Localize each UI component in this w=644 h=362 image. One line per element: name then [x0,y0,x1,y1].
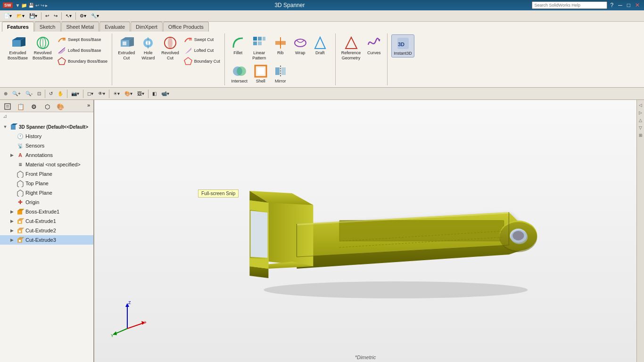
new-button[interactable]: 📄▾ [2,12,14,19]
boundary-boss-button[interactable]: Boundary Boss/Base [56,56,109,66]
extruded-boss-button[interactable]: ExtrudedBoss/Base [6,34,30,62]
rotate-button[interactable]: ↺ [47,90,55,97]
svg-marker-53 [17,218,24,220]
zoom-fit-button[interactable]: ⊕ [2,90,9,97]
tree-item-cut-extrude3[interactable]: ▶ Cut-Extrude3 [0,235,93,245]
top-plane-label: Top Plane [25,181,49,186]
revolved-cut-button[interactable]: RevolvedCut [159,34,181,62]
tab-sketch[interactable]: Sketch [34,22,61,32]
swept-boss-label: Swept Boss/Base [68,37,101,42]
draft-icon [313,35,328,50]
rib-icon [273,35,288,50]
tree-expand-btn[interactable]: » [85,101,92,112]
search-input[interactable] [532,1,607,9]
cut-extrude2-icon [17,227,24,234]
boundary-cut-label: Boundary Cut [194,59,220,64]
select-button[interactable]: ↖▾ [64,12,74,19]
tree-item-history[interactable]: 🕐 History [0,132,93,141]
shell-label: Shell [256,79,265,84]
material-icon: ≡ [17,161,24,168]
tree-item-annotations[interactable]: ▶ A Annotations [0,150,93,160]
redo-button[interactable]: ↪ [52,12,59,19]
viewport[interactable]: Full-screen Snip [94,100,636,362]
sep2 [67,90,67,98]
shell-button[interactable]: Shell [251,63,270,85]
tree-tab-property[interactable]: 📋 [15,101,27,112]
tree-item-right-plane[interactable]: Right Plane [0,188,93,197]
linear-pattern-icon [252,35,267,50]
undo-button[interactable]: ↩ [43,12,51,19]
wrap-button[interactable]: Wrap [291,34,310,57]
linear-pattern-button[interactable]: LinearPattern [248,34,270,62]
intersect-button[interactable]: Intersect [229,63,250,85]
fillet-button[interactable]: Fillet [229,34,248,57]
open-button[interactable]: 📂▾ [15,12,26,19]
mirror-button[interactable]: Mirror [271,63,290,85]
tree-item-front-plane[interactable]: Front Plane [0,169,93,179]
help-button[interactable]: ? [609,2,615,8]
tab-sheet-metal[interactable]: Sheet Metal [61,22,99,32]
tab-evaluate[interactable]: Evaluate [99,22,130,32]
lofted-cut-button[interactable]: Lofted Cut [182,45,222,56]
tab-dimxpert[interactable]: DimXpert [131,22,163,32]
right-btn-1[interactable]: ◁ [637,102,644,108]
tree-item-origin[interactable]: ✚ Origin [0,197,93,207]
zoom-sheet-button[interactable]: ⊡ [35,90,43,97]
display-mode-button[interactable]: ◻▾ [85,90,95,97]
zoom-in-button[interactable]: 🔍+ [10,90,23,97]
tree-tab-config[interactable]: ⚙ [28,101,40,112]
rebuild-button[interactable]: ⚙▾ [78,12,88,19]
expand-icon: ▶ [8,227,15,234]
minimize-button[interactable]: ─ [617,2,624,8]
view-orient-button[interactable]: 📷▾ [69,90,81,97]
hide-show-button[interactable]: 👁▾ [96,90,107,97]
hole-wizard-button[interactable]: HoleWizard [138,34,158,62]
right-btn-2[interactable]: ▷ [637,109,644,116]
tree-item-top-plane[interactable]: Top Plane [0,179,93,188]
right-btn-4[interactable]: ▽ [637,124,644,131]
tree-tab-dim[interactable]: ⬡ [41,101,53,112]
reference-geometry-button[interactable]: ReferenceGeometry [339,34,363,62]
pan-button[interactable]: ✋ [56,90,65,97]
close-button[interactable]: ✕ [634,2,641,8]
zoom-out-button[interactable]: 🔍- [24,90,34,97]
tree-item-sensors[interactable]: 📡 Sensors [0,141,93,150]
restore-button[interactable]: □ [626,2,632,8]
instant3d-button[interactable]: 3D Instant3D [391,34,414,58]
sep2 [61,12,62,20]
svg-marker-46 [11,123,17,125]
right-btn-3[interactable]: △ [637,117,644,123]
tab-features[interactable]: Features [2,22,34,32]
save-button[interactable]: 💾▾ [27,12,39,19]
scene-button[interactable]: 🖼▾ [135,90,146,97]
tree-root-item[interactable]: ▼ 3D Spanner (Default<<Default> [0,122,93,132]
tree-tab-appear[interactable]: 🎨 [54,101,66,112]
tree-item-cut-extrude1[interactable]: ▶ Cut-Extrude1 [0,216,93,226]
extruded-cut-button[interactable]: ExtrudedCut [116,34,137,62]
draft-button[interactable]: Draft [311,34,330,57]
wrap-icon [293,35,308,50]
right-btn-5[interactable]: ⊞ [637,132,644,139]
lighting-button[interactable]: ☀▾ [111,90,122,97]
section-view-button[interactable]: ◧ [150,90,158,97]
revolved-boss-button[interactable]: RevolvedBoss/Base [31,34,55,62]
lofted-boss-button[interactable]: Lofted Boss/Base [56,45,109,56]
rib-button[interactable]: Rib [271,34,290,57]
tree-item-cut-extrude2[interactable]: ▶ Cut-Extrude2 [0,226,93,235]
tree-tab-feature[interactable] [1,101,14,112]
curves-button[interactable]: Curves [363,34,384,57]
revolved-cut-label: RevolvedCut [161,50,179,61]
appearance-button[interactable]: 🎨▾ [123,90,134,97]
view-camera-button[interactable]: 📹▾ [159,90,171,97]
tree-item-material[interactable]: ≡ Material <not specified> [0,160,93,169]
svg-point-32 [237,66,246,76]
features-items: Fillet LinearPattern Rib [229,34,332,84]
tab-office[interactable]: Office Products [163,22,209,32]
tree-item-boss-extrude1[interactable]: ▶ Boss-Extrude1 [0,207,93,216]
swept-cut-button[interactable]: Swept Cut [182,34,222,45]
options-button[interactable]: 🔧▾ [89,12,101,19]
boss-extrude1-label: Boss-Extrude1 [25,209,59,214]
boundary-cut-button[interactable]: Boundary Cut [182,56,222,66]
swept-boss-button[interactable]: Swept Boss/Base [56,34,109,45]
swept-cut-label: Swept Cut [194,37,214,42]
